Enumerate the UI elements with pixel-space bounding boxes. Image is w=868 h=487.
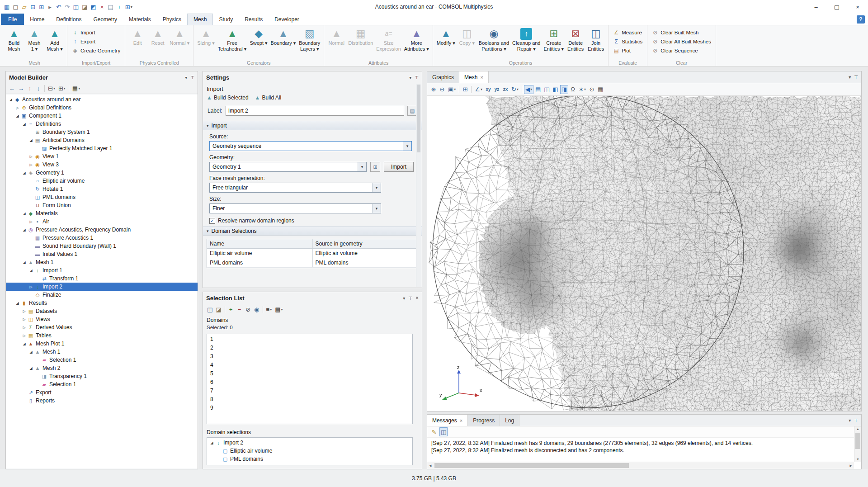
ribbon-edit-button[interactable]: ▲Edit <box>127 27 147 47</box>
tree-item-rotate-1[interactable]: ↻Rotate 1 <box>6 185 198 193</box>
ribbon-create-geometry-button[interactable]: ◈Create Geometry <box>70 46 123 55</box>
tab-log[interactable]: Log <box>500 415 519 426</box>
tree-item-import-1[interactable]: ◢↓Import 1 <box>6 266 198 274</box>
domain-list-item-5[interactable]: 5 <box>207 369 412 378</box>
view-zx-button[interactable]: zx <box>501 85 509 94</box>
update-view-button[interactable]: ↻▾ <box>510 85 520 94</box>
domain-list-item-9[interactable]: 9 <box>207 403 412 412</box>
tree-item-finalize[interactable]: ◇Finalize <box>6 291 198 299</box>
tree-item-reports[interactable]: ▯Reports <box>6 397 198 405</box>
ribbon-swept-button[interactable]: ◆Swept ▾ <box>248 27 269 47</box>
ribbon-distribution-button[interactable]: ▦Distribution <box>347 27 374 47</box>
tree-item-mesh-2[interactable]: ◢▲Mesh 2 <box>6 364 198 372</box>
tree-item-perfectly-matched-layer-1[interactable]: ▨Perfectly Matched Layer 1 <box>6 144 198 152</box>
split-view-button[interactable]: ◧ <box>552 85 560 94</box>
show-legends-button[interactable]: ◫ <box>542 85 551 94</box>
ribbon-statistics-button[interactable]: ΣStatistics <box>611 37 645 46</box>
domain-list-item-4[interactable]: 4 <box>207 360 412 369</box>
build-all-button[interactable]: ▲ Build All <box>255 95 282 101</box>
ribbon-reset-button[interactable]: ▲Reset <box>148 27 168 47</box>
ribbon-plot-button[interactable]: ▤Plot <box>611 46 645 55</box>
tree-item-views[interactable]: ▷◫Views <box>6 315 198 323</box>
tree-item-mesh-1[interactable]: ◢▲Mesh 1 <box>6 258 198 266</box>
scroll-down-icon[interactable]: ▼ <box>854 458 861 461</box>
domain-list-item-2[interactable]: 2 <box>207 343 412 352</box>
duplicate-button[interactable]: ◩ <box>89 2 97 11</box>
ribbon-modify-button[interactable]: ▲Modify ▾ <box>435 27 457 47</box>
collapsed-arrow-icon[interactable]: ▷ <box>21 326 27 330</box>
tree-item-transparency-1[interactable]: ◨Transparency 1 <box>6 372 198 380</box>
tab-progress[interactable]: Progress <box>468 415 500 426</box>
collapsed-arrow-icon[interactable]: ▷ <box>28 220 34 224</box>
tree-item-transform-1[interactable]: ⇄Transform 1 <box>6 274 198 283</box>
ribbon-add-mesh-button[interactable]: ▲AddMesh ▾ <box>45 27 65 52</box>
table-row[interactable]: Elliptic air volumeElliptic air volume <box>207 249 418 258</box>
paste-button[interactable]: ◪ <box>80 2 89 11</box>
back-button[interactable]: ← <box>8 84 16 93</box>
mesh-canvas[interactable] <box>427 96 861 411</box>
save-button[interactable]: ⊟ <box>29 2 37 11</box>
tree-item-pml-domains[interactable]: ◫PML domains <box>6 193 198 201</box>
menu-tab-file[interactable]: File <box>1 14 24 25</box>
expanded-arrow-icon[interactable]: ◢ <box>209 441 215 445</box>
ribbon-more-attributes-button[interactable]: ▲MoreAttributes ▾ <box>403 27 430 52</box>
scroll-up-icon[interactable]: ▲ <box>854 427 861 430</box>
merged-view-button[interactable]: ◨ <box>560 85 568 94</box>
tree-item-global-definitions[interactable]: ▷⊕Global Definitions <box>6 104 198 112</box>
domain-selection-pml-domains[interactable]: ▢PML domains <box>207 455 412 463</box>
view-xy-button[interactable]: xy <box>484 85 492 94</box>
menu-tab-geometry[interactable]: Geometry <box>87 14 123 25</box>
expanded-arrow-icon[interactable]: ◢ <box>21 171 27 175</box>
tree-item-derived-values[interactable]: ▷ΣDerived Values <box>6 323 198 331</box>
scrollbar-thumb[interactable] <box>434 463 629 468</box>
menu-tab-home[interactable]: Home <box>24 14 50 25</box>
domain-list-item-1[interactable]: 1 <box>207 335 412 343</box>
geometry-dropdown[interactable]: Geometry 1 ▾ <box>209 162 367 172</box>
ribbon-free-tetrahedral-button[interactable]: ▲FreeTetrahedral ▾ <box>217 27 248 52</box>
menu-tab-developer[interactable]: Developer <box>269 14 305 25</box>
resolve-narrow-checkbox[interactable]: ✓ <box>209 218 215 224</box>
view-yz-button[interactable]: yz <box>493 85 501 94</box>
ribbon-mesh-1-button[interactable]: ▲Mesh1 ▾ <box>24 27 44 52</box>
window-layout-button[interactable]: ⊞▾ <box>124 2 134 11</box>
ribbon-normal-button[interactable]: ▲Normal <box>326 27 346 47</box>
expanded-arrow-icon[interactable]: ◢ <box>28 269 34 273</box>
menu-tab-definitions[interactable]: Definitions <box>50 14 87 25</box>
save-as-button[interactable]: ⊞ <box>38 2 46 11</box>
tree-item-definitions[interactable]: ◢≡Definitions <box>6 120 198 128</box>
close-panel-icon[interactable]: × <box>415 295 419 301</box>
open-file-button[interactable]: ▱ <box>20 2 28 11</box>
redo-button[interactable]: ↷ <box>63 2 71 11</box>
scroll-right-icon[interactable]: ▶ <box>850 464 852 468</box>
tab-messages[interactable]: Messages× <box>427 415 468 426</box>
messages-vertical-scrollbar[interactable]: ▲ ▼ <box>854 426 861 462</box>
close-tab-icon[interactable]: × <box>460 418 462 423</box>
scrollbar-thumb[interactable] <box>417 85 420 152</box>
build-selected-button[interactable]: ▲ Build Selected <box>207 95 249 101</box>
copy-selection-button[interactable]: ◫ <box>206 305 214 314</box>
tree-item-mesh-1[interactable]: ◢▲Mesh 1 <box>6 348 198 356</box>
panel-menu-icon[interactable]: ▾ <box>849 418 851 423</box>
collapsed-arrow-icon[interactable]: ▷ <box>28 285 34 289</box>
tree-item-elliptic-air-volume[interactable]: ○Elliptic air volume <box>6 177 198 185</box>
close-tab-icon[interactable]: × <box>480 75 483 80</box>
zoom-to-selection-button[interactable]: ⊞ <box>461 85 469 94</box>
ribbon-export-button[interactable]: ↑Export <box>70 37 123 46</box>
app-button[interactable]: ▦ <box>3 2 11 11</box>
size-dropdown[interactable]: Finer ▾ <box>209 203 381 213</box>
tree-item-air[interactable]: ▷▪Air <box>6 217 198 226</box>
expanded-arrow-icon[interactable]: ◢ <box>21 122 27 126</box>
ribbon-normal-button[interactable]: ▲Normal ▾ <box>168 27 191 47</box>
source-dropdown[interactable]: Geometry sequence ▾ <box>209 141 412 151</box>
model-tree-node-text-button[interactable]: ▦▾ <box>71 84 81 93</box>
domain-list-item-7[interactable]: 7 <box>207 386 412 395</box>
tree-item-acoustics-around-an-ear[interactable]: ◢◆Acoustics around an ear <box>6 95 198 104</box>
pin-icon[interactable]: ⊤ <box>854 418 858 423</box>
tree-item-datasets[interactable]: ▷▤Datasets <box>6 307 198 315</box>
ribbon-create-entities-button[interactable]: ⊞CreateEntities ▾ <box>542 27 565 52</box>
scrollbar-thumb[interactable] <box>855 433 860 449</box>
tree-item-artificial-domains[interactable]: ◢▤Artificial Domains <box>6 136 198 144</box>
expanded-arrow-icon[interactable]: ◢ <box>14 301 20 305</box>
settings-scrollbar[interactable] <box>416 84 421 287</box>
tree-item-boundary-system-1[interactable]: ⊞Boundary System 1 <box>6 128 198 136</box>
